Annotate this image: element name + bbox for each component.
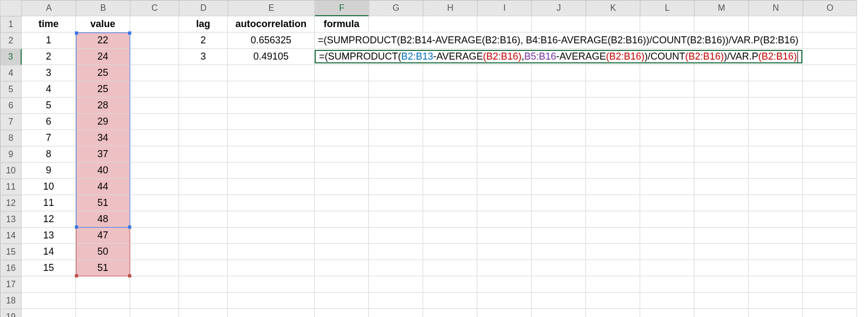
cell-F12[interactable] <box>315 195 369 211</box>
cell-G5[interactable] <box>369 81 423 98</box>
cell-D1[interactable]: lag <box>179 16 228 33</box>
cell-B17[interactable] <box>76 276 130 293</box>
cell-G13[interactable] <box>369 211 423 228</box>
cell-F18[interactable] <box>315 293 369 309</box>
cell-N17[interactable] <box>749 276 803 293</box>
cell-C17[interactable] <box>130 276 179 293</box>
row-header-13[interactable]: 13 <box>0 211 22 228</box>
cell-J17[interactable] <box>532 276 586 293</box>
cell-M10[interactable] <box>694 163 749 179</box>
cell-C12[interactable] <box>130 195 179 211</box>
row-header-11[interactable]: 11 <box>0 179 22 195</box>
cell-H16[interactable] <box>423 260 477 276</box>
cell-B3[interactable]: 24 <box>76 49 130 65</box>
cell-I13[interactable] <box>477 211 532 228</box>
cell-M17[interactable] <box>694 276 749 293</box>
cell-E12[interactable] <box>228 195 315 211</box>
cell-D13[interactable] <box>179 211 228 228</box>
cell-J16[interactable] <box>532 260 586 276</box>
cell-I9[interactable] <box>477 146 532 163</box>
cell-N5[interactable] <box>749 81 803 98</box>
cell-C1[interactable] <box>130 16 179 33</box>
cell-N7[interactable] <box>749 114 803 130</box>
cell-F4[interactable] <box>315 65 369 81</box>
cell-M16[interactable] <box>694 260 749 276</box>
cell-J10[interactable] <box>532 163 586 179</box>
cell-F17[interactable] <box>315 276 369 293</box>
cell-D8[interactable] <box>179 130 228 146</box>
cell-G15[interactable] <box>369 244 423 260</box>
cell-D12[interactable] <box>179 195 228 211</box>
row-header-1[interactable]: 1 <box>0 16 22 33</box>
cell-E5[interactable] <box>228 81 315 98</box>
cell-A14[interactable]: 13 <box>22 228 76 244</box>
cell-E9[interactable] <box>228 146 315 163</box>
column-header-J[interactable]: J <box>532 0 586 16</box>
cell-B8[interactable]: 34 <box>76 130 130 146</box>
cell-L9[interactable] <box>640 146 694 163</box>
cell-N6[interactable] <box>749 98 803 114</box>
cell-K14[interactable] <box>586 228 640 244</box>
cell-A7[interactable]: 6 <box>22 114 76 130</box>
cell-E11[interactable] <box>228 179 315 195</box>
cell-L17[interactable] <box>640 276 694 293</box>
cell-N19[interactable] <box>749 309 803 317</box>
cell-I6[interactable] <box>477 98 532 114</box>
cell-L16[interactable] <box>640 260 694 276</box>
cell-O13[interactable] <box>803 211 857 228</box>
cell-G18[interactable] <box>369 293 423 309</box>
cell-E16[interactable] <box>228 260 315 276</box>
cell-M5[interactable] <box>694 81 749 98</box>
cell-C10[interactable] <box>130 163 179 179</box>
cell-O14[interactable] <box>803 228 857 244</box>
cell-K16[interactable] <box>586 260 640 276</box>
row-header-18[interactable]: 18 <box>0 293 22 309</box>
column-header-D[interactable]: D <box>179 0 228 16</box>
cell-G7[interactable] <box>369 114 423 130</box>
cell-J7[interactable] <box>532 114 586 130</box>
cell-C18[interactable] <box>130 293 179 309</box>
cell-N11[interactable] <box>749 179 803 195</box>
cell-L5[interactable] <box>640 81 694 98</box>
cell-K17[interactable] <box>586 276 640 293</box>
cell-E4[interactable] <box>228 65 315 81</box>
cell-F14[interactable] <box>315 228 369 244</box>
cell-L10[interactable] <box>640 163 694 179</box>
cell-C5[interactable] <box>130 81 179 98</box>
cell-M14[interactable] <box>694 228 749 244</box>
cell-K11[interactable] <box>586 179 640 195</box>
cell-G9[interactable] <box>369 146 423 163</box>
cell-L13[interactable] <box>640 211 694 228</box>
cell-L15[interactable] <box>640 244 694 260</box>
cell-K5[interactable] <box>586 81 640 98</box>
cell-M6[interactable] <box>694 98 749 114</box>
cell-O1[interactable] <box>803 16 857 33</box>
column-header-G[interactable]: G <box>369 0 423 16</box>
column-header-A[interactable]: A <box>22 0 76 16</box>
cell-I1[interactable] <box>477 16 532 33</box>
cell-K8[interactable] <box>586 130 640 146</box>
cell-K12[interactable] <box>586 195 640 211</box>
cell-E3[interactable]: 0.49105 <box>228 49 315 65</box>
cell-C11[interactable] <box>130 179 179 195</box>
row-header-19[interactable]: 19 <box>0 309 22 317</box>
cell-B14[interactable]: 47 <box>76 228 130 244</box>
cell-N13[interactable] <box>749 211 803 228</box>
cell-C2[interactable] <box>130 33 179 49</box>
cell-G1[interactable] <box>369 16 423 33</box>
cell-H14[interactable] <box>423 228 477 244</box>
cell-H15[interactable] <box>423 244 477 260</box>
cell-G4[interactable] <box>369 65 423 81</box>
cell-J5[interactable] <box>532 81 586 98</box>
cell-D16[interactable] <box>179 260 228 276</box>
cell-I7[interactable] <box>477 114 532 130</box>
cell-K18[interactable] <box>586 293 640 309</box>
row-header-3[interactable]: 3 <box>0 49 22 65</box>
cell-D6[interactable] <box>179 98 228 114</box>
cell-F2[interactable]: =(SUMPRODUCT(B2:B14-AVERAGE(B2:B16), B4:… <box>315 33 369 49</box>
cell-B9[interactable]: 37 <box>76 146 130 163</box>
cell-O17[interactable] <box>803 276 857 293</box>
cell-N14[interactable] <box>749 228 803 244</box>
cell-D3[interactable]: 3 <box>179 49 228 65</box>
cell-A15[interactable]: 14 <box>22 244 76 260</box>
